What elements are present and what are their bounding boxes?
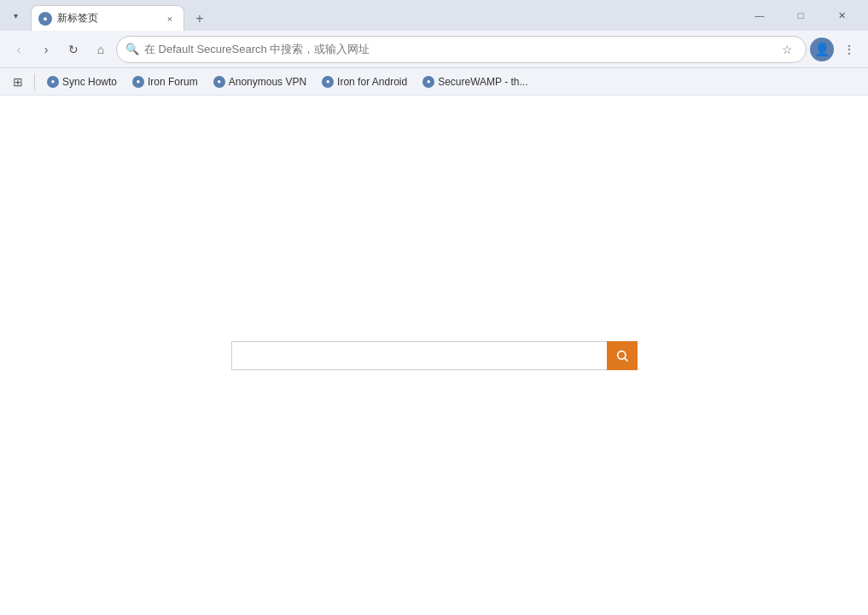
bookmarks-bar: ⊞ ● Sync Howto ● Iron Forum ● Anonymous … [0, 68, 868, 96]
apps-button[interactable]: ⊞ [7, 71, 29, 93]
address-input[interactable] [144, 43, 772, 55]
profile-icon: 👤 [814, 42, 830, 57]
tab-favicon: ● [38, 12, 52, 26]
bookmark-iron-forum[interactable]: ● Iron Forum [125, 71, 205, 93]
back-button[interactable]: ‹ [7, 38, 31, 61]
apps-grid-icon: ⊞ [13, 75, 23, 89]
main-search-input[interactable] [231, 341, 607, 370]
active-tab[interactable]: ● 新标签页 × [31, 5, 184, 31]
reload-button[interactable]: ↻ [61, 38, 85, 61]
bookmark-anonymous-vpn[interactable]: ● Anonymous VPN [207, 71, 313, 93]
close-button[interactable]: ✕ [822, 2, 861, 29]
toolbar: ‹ › ↻ ⌂ 🔍 ☆ 👤 ⋮ [0, 31, 868, 68]
bookmark-label: Iron for Android [337, 76, 407, 88]
bookmark-favicon: ● [47, 76, 59, 88]
address-search-icon: 🔍 [125, 43, 139, 55]
bookmark-label: Anonymous VPN [229, 76, 306, 88]
profile-button[interactable]: 👤 [810, 38, 834, 61]
tab-dropdown[interactable]: ▾ [7, 7, 24, 24]
main-content [0, 96, 868, 615]
bookmark-sync-howto[interactable]: ● Sync Howto [40, 71, 124, 93]
search-magnifier-icon [615, 349, 629, 363]
forward-button[interactable]: › [34, 38, 58, 61]
svg-line-1 [625, 358, 627, 361]
window-controls: — □ ✕ [740, 2, 861, 29]
bookmark-favicon: ● [132, 76, 144, 88]
bookmark-favicon: ● [322, 76, 334, 88]
tab-list: ● 新标签页 × + [31, 0, 730, 31]
bookmark-iron-android[interactable]: ● Iron for Android [315, 71, 414, 93]
bookmark-favicon: ● [213, 76, 225, 88]
new-tab-button[interactable]: + [188, 7, 212, 31]
tab-title: 新标签页 [57, 11, 158, 26]
title-bar: ▾ ● 新标签页 × + — □ ✕ [0, 0, 868, 31]
bookmark-label: Iron Forum [148, 76, 198, 88]
maximize-button[interactable]: □ [781, 2, 820, 29]
bookmark-favicon: ● [422, 76, 434, 88]
menu-button[interactable]: ⋮ [837, 38, 861, 61]
minimize-button[interactable]: — [740, 2, 779, 29]
search-box [231, 341, 638, 370]
bookmark-star-button[interactable]: ☆ [777, 39, 797, 60]
bookmark-securewamp[interactable]: ● SecureWAMP - th... [416, 71, 534, 93]
main-search-button[interactable] [607, 341, 638, 370]
bookmarks-divider [34, 73, 35, 90]
bookmark-label: SecureWAMP - th... [438, 76, 527, 88]
bookmark-label: Sync Howto [62, 76, 117, 88]
home-button[interactable]: ⌂ [89, 38, 113, 61]
address-bar[interactable]: 🔍 ☆ [116, 36, 807, 63]
tab-close-button[interactable]: × [163, 12, 177, 26]
